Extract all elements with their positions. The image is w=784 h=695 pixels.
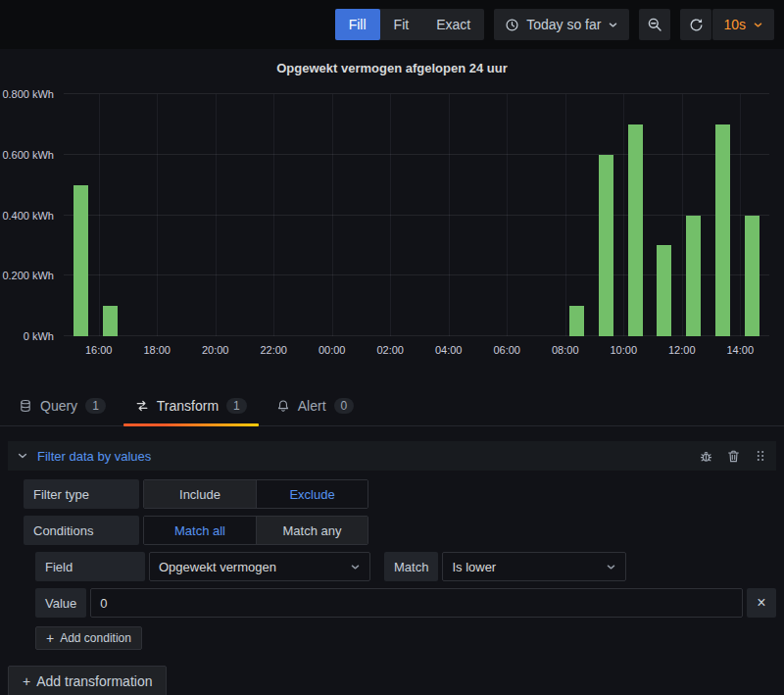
trash-icon[interactable] (726, 449, 741, 464)
grid-line-vertical (740, 94, 741, 336)
y-axis-label: 0.600 kWh (2, 149, 54, 161)
chevron-down-icon (350, 562, 361, 572)
grid-line-vertical (332, 94, 333, 336)
field-select-value: Opgewekt vermogen (159, 560, 276, 574)
chart-bar (657, 245, 671, 336)
value-label: Value (35, 588, 86, 618)
tab-alert-count: 0 (334, 398, 355, 414)
drag-handle-icon[interactable] (754, 449, 767, 464)
chevron-down-icon[interactable] (17, 450, 28, 462)
fill-button[interactable]: Fill (335, 9, 380, 40)
grafana-panel-editor: Fill Fit Exact Today so far (0, 0, 784, 695)
database-icon (19, 399, 32, 413)
add-condition-label: Add condition (60, 631, 131, 645)
x-axis-label: 14:00 (726, 344, 754, 356)
transformation-actions (699, 449, 767, 464)
match-label: Match (384, 552, 438, 581)
refresh-picker: 10s (680, 9, 774, 40)
x-axis-label: 22:00 (260, 344, 287, 356)
chart-bar (628, 124, 643, 336)
filter-type-radio-group: Include Exclude (143, 479, 368, 509)
tab-transform-label: Transform (157, 398, 219, 414)
y-axis-label: 0 kWh (24, 330, 54, 342)
grid-line-vertical (565, 94, 566, 336)
tab-alert[interactable]: Alert 0 (262, 386, 368, 425)
chart-bar (745, 216, 760, 337)
grid-line-vertical (449, 94, 450, 336)
tab-query[interactable]: Query 1 (4, 386, 121, 425)
grid-line-vertical (157, 94, 158, 336)
match-select[interactable]: Is lower (442, 552, 626, 581)
field-label: Field (35, 552, 145, 581)
remove-condition-button[interactable]: × (747, 588, 776, 618)
x-axis-label: 06:00 (493, 344, 520, 356)
bar-chart: 0 kWh0.200 kWh0.400 kWh0.600 kWh0.800 kW… (0, 86, 784, 380)
transformation-header[interactable]: Filter data by values (8, 441, 776, 471)
fit-button[interactable]: Fit (380, 9, 423, 40)
grid-line-horizontal (64, 215, 769, 216)
chevron-down-icon (753, 20, 763, 30)
tab-alert-label: Alert (298, 398, 326, 414)
refresh-button[interactable] (680, 9, 711, 40)
grid-line-vertical (273, 94, 274, 336)
exact-button[interactable]: Exact (422, 9, 484, 40)
filter-type-label: Filter type (24, 479, 139, 509)
zoom-out-button[interactable] (639, 9, 670, 40)
conditions-label: Conditions (24, 516, 139, 545)
chart-bar (103, 306, 118, 336)
x-axis-label: 00:00 (318, 344, 346, 356)
transform-icon (135, 399, 149, 413)
zoom-out-icon (647, 17, 662, 32)
y-axis-label: 0.800 kWh (2, 88, 54, 100)
value-input[interactable] (90, 588, 743, 618)
top-toolbar: Fill Fit Exact Today so far (0, 0, 784, 49)
bell-icon (276, 399, 290, 413)
tab-transform[interactable]: Transform 1 (121, 386, 262, 425)
chart-bar (569, 306, 584, 336)
add-transformation-button[interactable]: + Add transformation (8, 666, 167, 695)
transform-editor: Filter data by values Filter type Includ… (0, 426, 784, 650)
time-range-label: Today so far (526, 17, 601, 32)
add-condition-button[interactable]: + Add condition (35, 626, 142, 650)
chart-bar (715, 124, 730, 336)
grid-line-vertical (507, 94, 508, 336)
grid-line-vertical (623, 94, 624, 336)
tab-transform-count: 1 (226, 398, 247, 414)
refresh-interval-label: 10s (723, 17, 746, 32)
close-icon: × (757, 594, 765, 612)
conditions-row: Conditions Match all Match any (24, 516, 776, 545)
time-range-picker[interactable]: Today so far (494, 9, 629, 40)
chart-bar (599, 155, 613, 336)
x-axis-label: 02:00 (376, 344, 404, 356)
grid-line-horizontal (64, 93, 769, 94)
chevron-down-icon (606, 562, 616, 572)
add-transformation-label: Add transformation (36, 673, 152, 689)
refresh-interval-button[interactable]: 10s (712, 9, 774, 40)
x-axis-label: 04:00 (435, 344, 463, 356)
grid-line-vertical (216, 94, 217, 336)
clock-icon (505, 18, 519, 32)
debug-bug-icon[interactable] (699, 449, 713, 464)
y-axis-label: 0.200 kWh (2, 270, 54, 281)
x-axis-label: 20:00 (202, 344, 229, 356)
match-all-option[interactable]: Match all (144, 517, 256, 544)
field-select[interactable]: Opgewekt vermogen (149, 552, 370, 581)
x-axis-label: 10:00 (610, 344, 637, 356)
chart-panel: Opgewekt vermogen afgelopen 24 uur 0 kWh… (0, 49, 784, 380)
x-axis-label: 12:00 (668, 344, 696, 356)
grid-line-horizontal (64, 154, 769, 155)
field-row: Field Opgewekt vermogen Match Is lower (35, 552, 776, 581)
editor-tabs: Query 1 Transform 1 Alert 0 (0, 386, 784, 426)
grid-line-vertical (390, 94, 391, 336)
filter-type-row: Filter type Include Exclude (24, 479, 776, 509)
chevron-down-icon (608, 20, 618, 30)
match-any-option[interactable]: Match any (256, 517, 368, 544)
refresh-icon (689, 18, 704, 32)
exclude-option[interactable]: Exclude (256, 480, 368, 508)
tab-query-count: 1 (85, 398, 106, 414)
grid-line-vertical (682, 94, 683, 336)
plus-icon: + (23, 674, 30, 688)
value-row: Value × (35, 588, 776, 618)
include-option[interactable]: Include (144, 480, 256, 508)
tab-query-label: Query (40, 398, 77, 414)
